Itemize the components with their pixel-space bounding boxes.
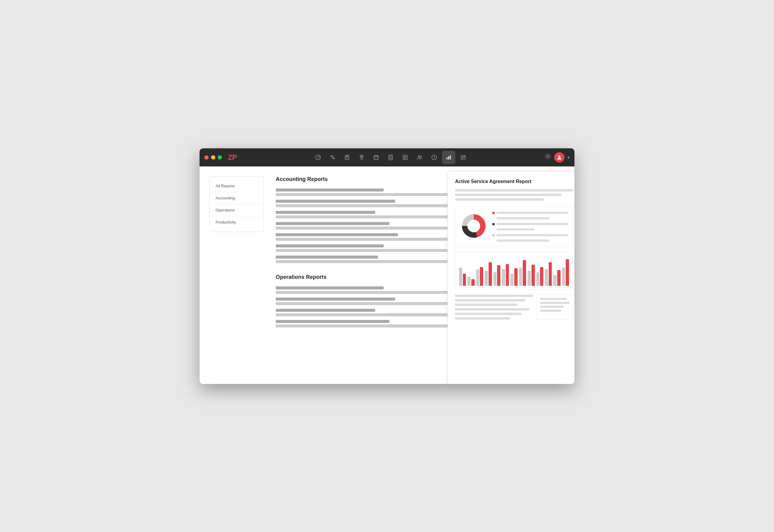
bar-red [531, 265, 535, 286]
svg-point-21 [547, 156, 549, 157]
bar-group [519, 260, 526, 286]
bar-gray [562, 268, 565, 286]
bar-gray [519, 268, 522, 286]
nav-right: ▾ [544, 152, 569, 163]
bar-group [467, 277, 474, 286]
bar-gray [476, 269, 479, 286]
box-line [540, 306, 563, 308]
main-content: All Reports Accounting Operations Produc… [200, 166, 574, 384]
nav-edit-icon[interactable] [456, 151, 470, 164]
bar-group [536, 267, 543, 286]
svg-rect-17 [447, 157, 447, 160]
bar-red [549, 262, 552, 286]
legend-line [496, 240, 549, 242]
svg-point-10 [389, 158, 390, 159]
sidebar-item-productivity[interactable]: Productivity [210, 216, 263, 228]
bar-red [463, 274, 466, 286]
bar-red [557, 270, 560, 286]
mac-window: ZP [200, 148, 574, 384]
preview-panel: Active Service Agreement Report [447, 171, 574, 384]
sidebar-item-operations[interactable]: Operations [210, 204, 263, 216]
bar-red [488, 262, 492, 286]
bar-group [459, 268, 466, 286]
bar-group [510, 268, 517, 286]
bar-red [523, 260, 526, 286]
bar-group [527, 265, 534, 286]
legend-line [496, 223, 568, 225]
svg-point-12 [391, 158, 392, 159]
bar-chart-area [455, 252, 573, 290]
bottom-line [455, 304, 517, 306]
legend-line [496, 217, 549, 219]
donut-chart-area [455, 207, 573, 247]
svg-point-22 [558, 155, 560, 157]
sidebar: All Reports Accounting Operations Produc… [209, 176, 264, 232]
avatar[interactable] [554, 152, 564, 163]
minimize-button[interactable] [211, 155, 215, 160]
bar-gray [493, 272, 497, 286]
svg-point-7 [389, 157, 390, 158]
preview-line [455, 194, 561, 196]
bar-gray [553, 275, 556, 286]
bar-group [545, 262, 552, 286]
donut-chart [460, 212, 487, 241]
bar-red [514, 268, 518, 286]
sidebar-item-all-reports[interactable]: All Reports [210, 180, 263, 192]
bar-group [476, 267, 483, 286]
nav-reports-list-icon[interactable] [398, 151, 412, 164]
nav-icons [240, 151, 541, 164]
bar-red [566, 259, 569, 286]
sidebar-item-accounting[interactable]: Accounting [210, 192, 263, 204]
bar-red [471, 279, 475, 286]
bar-gray [459, 268, 462, 286]
bar-red [506, 264, 509, 286]
settings-icon[interactable] [544, 153, 551, 161]
svg-point-9 [391, 157, 392, 158]
svg-point-8 [390, 157, 391, 158]
bottom-line [455, 317, 510, 320]
svg-point-1 [318, 157, 318, 158]
donut-svg [460, 212, 487, 240]
legend-line [496, 228, 534, 231]
nav-analytics-icon[interactable] [442, 151, 455, 164]
bar-chart-inner [459, 256, 569, 286]
box-line [540, 298, 566, 300]
svg-point-11 [390, 158, 391, 159]
bar-group [502, 264, 509, 286]
bottom-line [455, 295, 533, 297]
maximize-button[interactable] [218, 155, 222, 160]
svg-rect-20 [461, 156, 465, 159]
bottom-line [455, 313, 521, 315]
nav-clock-icon[interactable] [427, 151, 441, 164]
bar-group [562, 259, 569, 286]
svg-rect-19 [450, 155, 451, 160]
svg-rect-6 [389, 156, 392, 156]
svg-rect-18 [448, 156, 449, 160]
chart-legend [492, 212, 568, 242]
nav-tasks-icon[interactable] [340, 151, 354, 164]
nav-phone-icon[interactable] [326, 151, 339, 164]
nav-calculator-icon[interactable] [384, 151, 397, 164]
preview-line [455, 198, 543, 201]
svg-point-15 [421, 156, 422, 157]
svg-point-3 [361, 156, 362, 157]
bottom-line [455, 299, 525, 301]
bar-red [497, 265, 500, 286]
user-menu-chevron[interactable]: ▾ [567, 155, 569, 160]
nav-calendar-icon[interactable] [369, 151, 383, 164]
bottom-line [455, 308, 529, 311]
bar-red [480, 267, 483, 286]
bar-gray [527, 271, 531, 286]
bar-group [553, 270, 560, 286]
bar-red [540, 267, 543, 286]
traffic-lights [205, 155, 222, 160]
preview-title: Active Service Agreement Report [455, 179, 573, 184]
nav-dashboard-icon[interactable] [311, 151, 325, 164]
preview-line [455, 189, 573, 192]
bar-gray [467, 277, 471, 286]
close-button[interactable] [205, 155, 209, 160]
title-bar: ZP [200, 148, 574, 166]
nav-location-icon[interactable] [355, 151, 368, 164]
nav-contacts-icon[interactable] [413, 151, 426, 164]
bottom-info-box [537, 295, 573, 320]
